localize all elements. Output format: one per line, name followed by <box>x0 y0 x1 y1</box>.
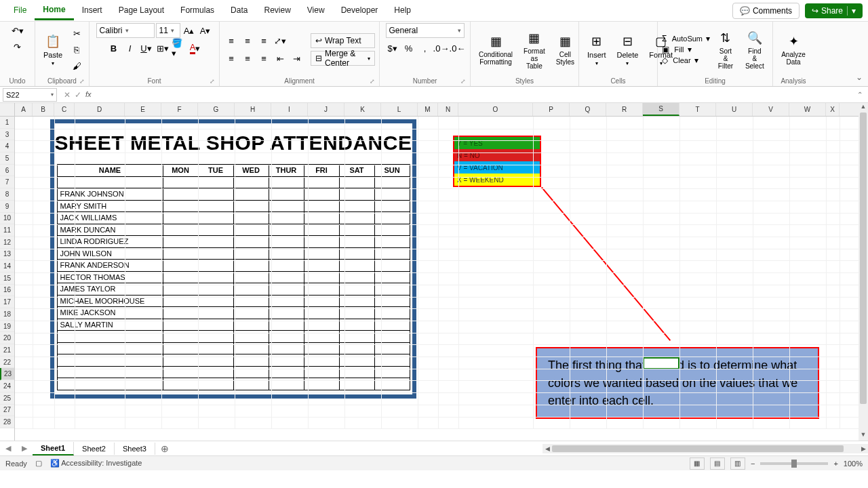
tab-view[interactable]: View <box>299 1 333 20</box>
collapse-ribbon-button[interactable]: ⌄ <box>856 73 863 82</box>
col-header-O[interactable]: O <box>458 103 533 116</box>
zoom-in-button[interactable]: + <box>833 460 837 468</box>
select-all-button[interactable] <box>0 103 14 117</box>
row-header-24[interactable]: 24 <box>0 380 14 392</box>
row-header-5[interactable]: 5 <box>0 152 14 165</box>
normal-view-button[interactable]: ▦ <box>690 458 705 470</box>
cancel-formula-button[interactable]: ✕ <box>64 90 71 100</box>
insert-cells-button[interactable]: ⊞Insert▾ <box>583 30 610 69</box>
share-button[interactable]: ↪Share▾ <box>805 3 863 18</box>
clear-button[interactable]: ◇ Clear ▾ <box>662 56 710 65</box>
col-header-H[interactable]: H <box>235 103 271 116</box>
sheet-tab-3[interactable]: Sheet3 <box>115 443 155 455</box>
fill-color-button[interactable]: 🪣▾ <box>172 41 186 56</box>
wrap-text-button[interactable]: ↩Wrap Text <box>311 33 375 48</box>
delete-cells-button[interactable]: ⊟Delete▾ <box>613 30 643 69</box>
row-header-10[interactable]: 10 <box>0 213 14 225</box>
underline-button[interactable]: U▾ <box>139 41 154 56</box>
row-header-13[interactable]: 13 <box>0 249 14 261</box>
tab-review[interactable]: Review <box>256 1 298 20</box>
indent-increase-button[interactable]: ⇥ <box>289 51 304 66</box>
col-header-C[interactable]: C <box>54 103 75 116</box>
h-scroll-thumb[interactable] <box>552 445 844 452</box>
redo-button[interactable]: ↷ <box>10 39 25 54</box>
share-dropdown[interactable]: ▾ <box>847 6 856 16</box>
tab-page-layout[interactable]: Page Layout <box>111 1 172 20</box>
zoom-out-button[interactable]: − <box>751 460 755 468</box>
tab-formulas[interactable]: Formulas <box>172 1 222 20</box>
tab-help[interactable]: Help <box>386 1 419 20</box>
col-header-U[interactable]: U <box>716 103 753 116</box>
col-header-Q[interactable]: Q <box>570 103 606 116</box>
format-as-table-button[interactable]: ▦Format as Table <box>519 27 549 73</box>
row-header-3[interactable]: 3 <box>0 129 14 141</box>
vertical-scrollbar[interactable]: ▲ ▼ <box>859 103 868 441</box>
row-header-16[interactable]: 16 <box>0 285 14 297</box>
col-header-F[interactable]: F <box>161 103 198 116</box>
sheet-nav-prev[interactable]: ◀ <box>0 444 16 453</box>
borders-button[interactable]: ⊞▾ <box>155 41 170 56</box>
col-header-E[interactable]: E <box>125 103 161 116</box>
new-sheet-button[interactable]: ⊕ <box>155 443 174 454</box>
row-header-12[interactable]: 12 <box>0 237 14 249</box>
macro-record-icon[interactable]: ▢ <box>35 459 42 468</box>
col-header-L[interactable]: L <box>381 103 418 116</box>
align-bottom-button[interactable]: ≡ <box>256 33 271 48</box>
align-middle-button[interactable]: ≡ <box>240 33 255 48</box>
col-header-K[interactable]: K <box>344 103 381 116</box>
italic-button[interactable]: I <box>123 41 138 56</box>
row-header-28[interactable]: 28 <box>0 416 14 428</box>
decrease-font-button[interactable]: A▾ <box>198 23 213 38</box>
currency-button[interactable]: $▾ <box>385 41 400 56</box>
font-name-select[interactable]: Calibri▾ <box>96 23 155 38</box>
active-cell[interactable] <box>643 357 679 369</box>
bold-button[interactable]: B <box>106 41 121 56</box>
zoom-level[interactable]: 100% <box>844 460 863 468</box>
horizontal-scrollbar[interactable]: ◀ ▶ <box>542 444 868 453</box>
col-header-R[interactable]: R <box>606 103 643 116</box>
col-header-M[interactable]: M <box>418 103 438 116</box>
zoom-slider[interactable] <box>760 462 828 465</box>
increase-decimal-button[interactable]: .0→ <box>434 41 449 56</box>
scroll-left-button[interactable]: ◀ <box>542 445 552 452</box>
find-select-button[interactable]: 🔍Find & Select <box>741 27 768 73</box>
tab-insert[interactable]: Insert <box>74 1 111 20</box>
col-header-P[interactable]: P <box>533 103 570 116</box>
col-header-A[interactable]: A <box>15 103 33 116</box>
col-header-W[interactable]: W <box>789 103 826 116</box>
font-launcher[interactable]: ⤢ <box>210 78 215 85</box>
font-size-select[interactable]: 11▾ <box>156 23 180 38</box>
align-right-button[interactable]: ≡ <box>256 51 271 66</box>
increase-font-button[interactable]: A▴ <box>182 23 197 38</box>
orientation-button[interactable]: ⤢▾ <box>273 33 288 48</box>
page-break-view-button[interactable]: ▥ <box>730 458 745 470</box>
col-header-B[interactable]: B <box>33 103 54 116</box>
align-center-button[interactable]: ≡ <box>240 51 255 66</box>
row-header-20[interactable]: 20 <box>0 332 14 344</box>
row-header-1[interactable]: 1 <box>0 117 14 129</box>
formula-bar-input[interactable] <box>96 88 852 102</box>
col-header-J[interactable]: J <box>308 103 344 116</box>
page-layout-view-button[interactable]: ▤ <box>710 458 725 470</box>
tab-file[interactable]: File <box>5 1 35 20</box>
number-launcher[interactable]: ⤢ <box>460 78 466 85</box>
scroll-up-button[interactable]: ▲ <box>859 103 868 113</box>
col-header-N[interactable]: N <box>438 103 458 116</box>
col-header-X[interactable]: X <box>826 103 840 116</box>
font-color-button[interactable]: A▾ <box>188 41 203 56</box>
scroll-right-button[interactable]: ▶ <box>859 445 868 452</box>
row-header-15[interactable]: 15 <box>0 272 14 285</box>
analyze-data-button[interactable]: ✦Analyze Data <box>777 30 810 68</box>
row-header-27[interactable]: 27 <box>0 405 14 417</box>
v-scroll-thumb[interactable] <box>860 113 867 404</box>
row-header-18[interactable]: 18 <box>0 308 14 321</box>
expand-formula-bar[interactable]: ⌃ <box>852 91 868 98</box>
col-header-D[interactable]: D <box>75 103 125 116</box>
col-header-T[interactable]: T <box>679 103 716 116</box>
row-header-7[interactable]: 7 <box>0 176 14 188</box>
col-header-G[interactable]: G <box>198 103 235 116</box>
comments-button[interactable]: 💬Comments <box>732 3 800 19</box>
percent-button[interactable]: % <box>401 41 416 56</box>
undo-button[interactable]: ↶▾ <box>10 23 25 38</box>
fill-button[interactable]: ▣ Fill ▾ <box>662 45 710 54</box>
